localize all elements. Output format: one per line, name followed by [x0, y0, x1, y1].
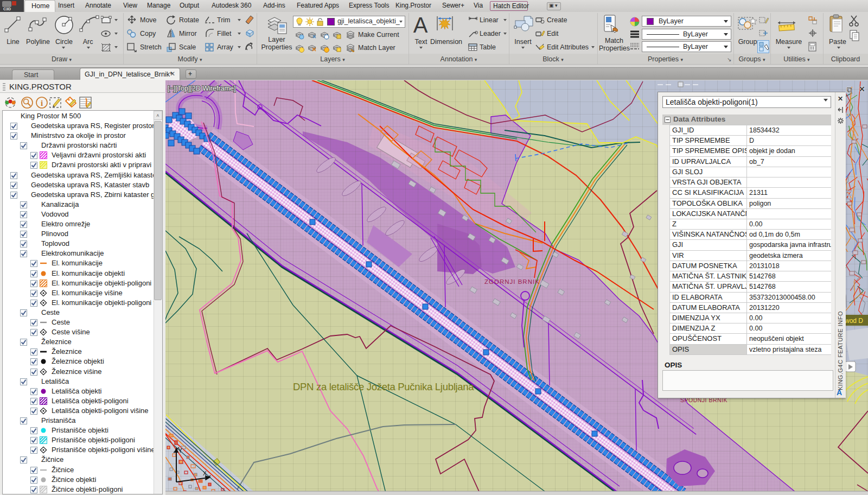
- svg-text:wod D: wod D: [844, 317, 863, 325]
- svg-text:X: X: [203, 471, 207, 477]
- svg-text:ZGORNJI BRNIK: ZGORNJI BRNIK: [484, 278, 540, 285]
- svg-text:DPN za letališče Jožeta Pučnik: DPN za letališče Jožeta Pučnika Ljubljan…: [293, 381, 474, 392]
- svg-text:[−][Top][2D Wireframe]: [−][Top][2D Wireframe]: [168, 85, 235, 92]
- svg-text:i: i: [41, 99, 43, 107]
- svg-text:Y: Y: [178, 448, 182, 454]
